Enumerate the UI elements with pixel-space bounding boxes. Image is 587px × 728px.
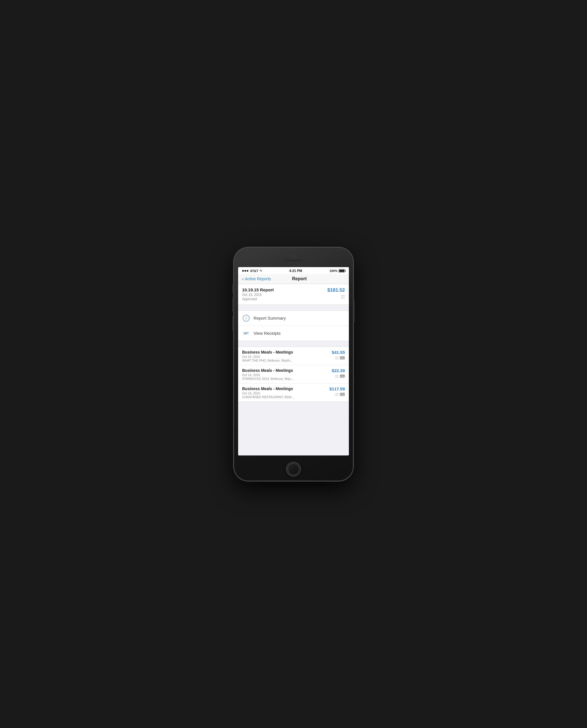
expense-2-info: Business Meals - Meetings Oct 14, 2015 S… bbox=[242, 368, 293, 381]
expense-3-card-icon bbox=[340, 393, 345, 396]
receipts-icon bbox=[242, 329, 250, 337]
wifi-icon: ∿ bbox=[260, 269, 262, 272]
expense-2-amount: $22.39 bbox=[332, 368, 345, 373]
expense-2-merchant: STARBUCKS 3313, Bellevue, Was... bbox=[242, 377, 293, 381]
expense-2-receipt-icon: ☷ bbox=[335, 374, 338, 379]
home-button[interactable] bbox=[286, 462, 301, 477]
receipt-line-1 bbox=[243, 332, 249, 333]
expense-2-card-icon bbox=[340, 374, 345, 378]
carrier-label: AT&T bbox=[250, 269, 258, 272]
expense-1-receipt-icon: ☷ bbox=[335, 356, 338, 360]
receipt-stack-icon bbox=[243, 332, 249, 335]
expense-3-amount: $117.58 bbox=[329, 386, 345, 391]
battery-fill bbox=[339, 270, 344, 272]
signal-dots bbox=[242, 270, 249, 272]
expense-3-info: Business Meals - Meetings Oct 14, 2015 C… bbox=[242, 386, 294, 399]
expense-2-category: Business Meals - Meetings bbox=[242, 368, 293, 373]
volume-up-button[interactable] bbox=[232, 297, 234, 313]
phone-body: AT&T ∿ 4:21 PM 100% ‹ Active Reports Rep… bbox=[234, 247, 353, 481]
signal-dot-3 bbox=[247, 270, 249, 272]
report-right: $181.52 ☷ bbox=[327, 287, 345, 300]
expense-item-3[interactable]: Business Meals - Meetings Oct 14, 2015 C… bbox=[238, 384, 349, 402]
phone-device: AT&T ∿ 4:21 PM 100% ‹ Active Reports Rep… bbox=[234, 247, 353, 481]
status-left: AT&T ∿ bbox=[242, 269, 262, 272]
nav-bar: ‹ Active Reports Report bbox=[238, 274, 349, 284]
report-summary-item[interactable]: i Report Summary bbox=[238, 311, 349, 326]
signal-dot-2 bbox=[244, 270, 246, 272]
expense-3-merchant: CHANTANEE RESTAURANT, Belle... bbox=[242, 395, 294, 399]
report-title: 10.19.15 Report bbox=[242, 287, 274, 292]
expense-1-category: Business Meals - Meetings bbox=[242, 350, 293, 355]
mute-button[interactable] bbox=[232, 284, 234, 293]
speaker-grille bbox=[285, 260, 302, 261]
expense-3-receipt-icon: ☷ bbox=[335, 392, 338, 397]
status-bar: AT&T ∿ 4:21 PM 100% bbox=[238, 267, 349, 274]
expense-1-icons: ☷ bbox=[335, 356, 345, 360]
expense-item-1[interactable]: Business Meals - Meetings Oct 15, 2015 W… bbox=[238, 347, 349, 365]
expense-3-right: $117.58 ☷ bbox=[329, 386, 345, 397]
screen: AT&T ∿ 4:21 PM 100% ‹ Active Reports Rep… bbox=[238, 267, 349, 456]
expense-section: Business Meals - Meetings Oct 15, 2015 W… bbox=[238, 347, 349, 402]
signal-dot-1 bbox=[242, 270, 244, 272]
expense-2-right: $22.39 ☷ bbox=[332, 368, 345, 379]
expense-1-amount: $41.55 bbox=[332, 350, 345, 355]
report-header-card[interactable]: 10.19.15 Report Oct 19, 2015 Approved $1… bbox=[238, 284, 349, 305]
back-button[interactable]: ‹ Active Reports bbox=[242, 276, 271, 282]
page-title: Report bbox=[271, 276, 328, 282]
power-button[interactable] bbox=[353, 300, 355, 323]
top-bar bbox=[271, 255, 316, 261]
expense-1-right: $41.55 ☷ bbox=[332, 350, 345, 360]
report-info: 10.19.15 Report Oct 19, 2015 Approved bbox=[242, 287, 274, 301]
home-button-inner bbox=[288, 463, 299, 475]
receipt-line-3 bbox=[243, 334, 247, 335]
status-right: 100% bbox=[329, 269, 345, 272]
content-area: 10.19.15 Report Oct 19, 2015 Approved $1… bbox=[238, 284, 349, 456]
report-amount: $181.52 bbox=[327, 287, 345, 293]
expense-1-merchant: WHAT THE PHO, Bellevue, Washi... bbox=[242, 359, 293, 362]
battery-percentage: 100% bbox=[329, 269, 337, 272]
expense-2-icons: ☷ bbox=[335, 374, 345, 379]
report-summary-label: Report Summary bbox=[254, 316, 286, 320]
expense-3-category: Business Meals - Meetings bbox=[242, 386, 294, 391]
expense-1-date: Oct 15, 2015 bbox=[242, 355, 293, 359]
expense-3-icons: ☷ bbox=[335, 392, 345, 397]
time-display: 4:21 PM bbox=[289, 269, 302, 273]
battery-icon bbox=[338, 269, 345, 272]
menu-section: i Report Summary View Receipts bbox=[238, 311, 349, 341]
expense-2-date: Oct 14, 2015 bbox=[242, 373, 293, 377]
receipt-icon: ☷ bbox=[341, 294, 345, 300]
chevron-left-icon: ‹ bbox=[242, 276, 244, 282]
view-receipts-label: View Receipts bbox=[254, 331, 281, 336]
expense-3-date: Oct 14, 2015 bbox=[242, 391, 294, 395]
back-label: Active Reports bbox=[245, 276, 271, 281]
expense-1-info: Business Meals - Meetings Oct 15, 2015 W… bbox=[242, 350, 293, 362]
info-icon: i bbox=[242, 314, 250, 322]
volume-down-button[interactable] bbox=[232, 316, 234, 331]
expense-item-2[interactable]: Business Meals - Meetings Oct 14, 2015 S… bbox=[238, 365, 349, 384]
receipt-line-2 bbox=[243, 333, 249, 334]
report-status: Approved bbox=[242, 297, 274, 301]
camera-icon bbox=[292, 255, 295, 258]
section-gap-1 bbox=[238, 305, 349, 311]
info-circle-icon: i bbox=[243, 315, 250, 322]
expense-1-card-icon bbox=[340, 356, 345, 360]
report-date: Oct 19, 2015 bbox=[242, 293, 274, 297]
view-receipts-item[interactable]: View Receipts bbox=[238, 326, 349, 341]
